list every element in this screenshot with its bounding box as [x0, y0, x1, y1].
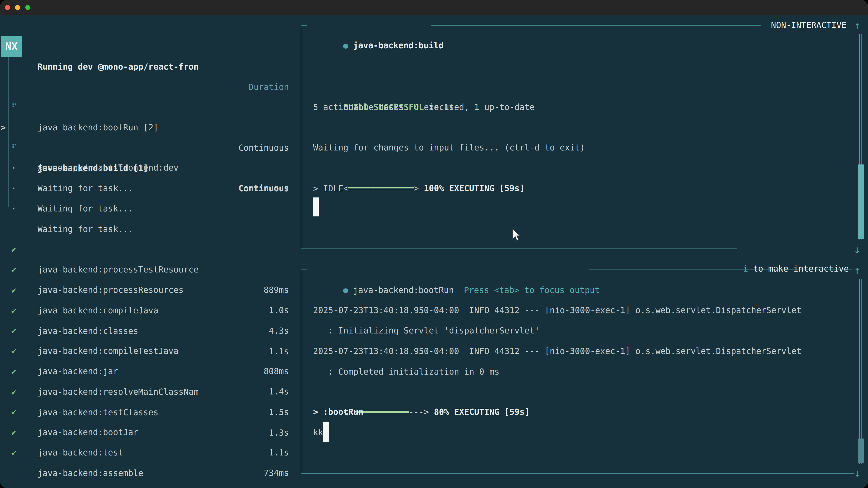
progress-label: 100% EXECUTING [59s]	[424, 184, 525, 193]
minimize-button[interactable]	[15, 5, 20, 10]
scroll-up-arrow-icon[interactable]: ↑	[854, 260, 860, 281]
task-row-done[interactable]: ✔ java-backend:compileJava 4.3s	[0, 260, 301, 280]
mouse-cursor	[511, 229, 521, 244]
waiting-label: Waiting for task...	[37, 199, 133, 219]
task-bullet-icon: ●	[343, 285, 348, 295]
progress-close-chevron: >	[414, 184, 424, 193]
pager: ← 1/2 →	[11, 463, 76, 483]
progress-open-chevron: <	[343, 184, 348, 193]
task-bullet-icon: ●	[343, 41, 348, 51]
task-row-done[interactable]: ✔ java-backend:resolveMainClassNam 1.5s	[0, 341, 301, 361]
task-row-done[interactable]: ✔ java-backend:compileTestJava 808ms	[0, 300, 301, 321]
task-row-running[interactable]: ⠋ java-backend:bootRun [2] Continuous	[0, 77, 301, 97]
bootrun-terminal-cursor	[323, 422, 329, 442]
check-icon: ✔	[11, 443, 16, 463]
task-row-waiting: · Waiting for task...	[0, 178, 301, 199]
build-progress-bar: <═════════════> 100% EXECUTING [59s]	[313, 158, 525, 178]
task-row-done[interactable]: ✔ java-backend:bootJar 1.1s	[0, 382, 301, 402]
titlebar	[0, 0, 868, 15]
task-name: java-backend:test	[37, 443, 123, 463]
progress-bar-fill: ══════════	[358, 407, 409, 417]
bootrun-pane-title: java-backend:bootRun	[353, 285, 454, 295]
task-row-waiting: · Waiting for task...	[0, 158, 301, 178]
build-pane-border	[301, 25, 307, 26]
zoom-button[interactable]	[25, 5, 30, 10]
build-pane-title: java-backend:build	[353, 41, 444, 51]
task-row-done[interactable]: ✔ java-backend:test 734ms	[0, 402, 301, 422]
progress-label: 80% EXECUTING [59s]	[434, 407, 530, 417]
build-pane-border	[431, 25, 761, 26]
typed-input[interactable]: kk	[313, 422, 323, 443]
scroll-down-arrow-icon[interactable]: ↓	[854, 239, 860, 260]
task-row-done[interactable]: ✔ java-backend:assemble 774ms	[0, 422, 301, 443]
sidebar-header-row: Running dev @mono-app/react-fron Duratio…	[0, 36, 301, 57]
progress-bar-fill: ═════════════	[348, 184, 414, 193]
bootrun-scrollbar-track[interactable]	[859, 279, 862, 464]
bootrun-pane-border	[589, 269, 852, 270]
log-line: : Initializing Servlet 'dispatcherServle…	[313, 321, 539, 341]
tasks-summary-line: 5 actionable tasks: 4 executed, 1 up-to-…	[313, 97, 535, 118]
scroll-down-arrow-icon[interactable]: ↓	[854, 463, 860, 483]
build-success-line: BUILD SUCCESSFUL in 1s	[313, 77, 454, 97]
build-pane-border	[301, 25, 301, 249]
bootrun-scrollbar-thumb[interactable]	[858, 438, 864, 463]
noninteractive-badge: NON-INTERACTIVE	[771, 15, 846, 35]
task-row-done[interactable]: ✔ java-backend:processResources 1.0s	[0, 239, 301, 260]
progress-bar-remainder: --->	[409, 407, 434, 417]
log-line: 2025-07-23T13:40:18.950-04:00 INFO 44312…	[313, 341, 802, 361]
log-line: : Completed initialization in 0 ms	[313, 362, 499, 382]
bootrun-pane-border	[301, 269, 301, 473]
interactive-hint-text: to make interactive	[748, 264, 849, 273]
bootrun-pane-header[interactable]: ● java-backend:bootRun Press <tab> to fo…	[313, 260, 600, 280]
task-row-done[interactable]: ✔ java-backend:testClasses 1.3s	[0, 362, 301, 382]
scroll-up-arrow-icon[interactable]: ↑	[854, 15, 860, 35]
build-pane-border	[301, 249, 737, 249]
terminal-window: NX Running dev @mono-app/react-fron Dura…	[0, 0, 868, 488]
keyboard-hints: quit: q help: ?	[177, 463, 288, 483]
pending-dot-icon: ·	[11, 199, 16, 219]
task-row-done[interactable]: ✔ java-backend:classes 1.1s	[0, 281, 301, 301]
task-row-running-selected[interactable]: > ⠋ java-backend:build [1] Continuous	[0, 97, 301, 118]
idle-line: > IDLE	[313, 178, 343, 199]
build-scrollbar-thumb[interactable]	[858, 164, 864, 239]
build-terminal-cursor	[313, 197, 319, 217]
task-row-running[interactable]: ⠋ @mono-app/react-frontend:dev Continuou…	[0, 117, 301, 137]
task-duration: 1.1s	[269, 443, 289, 463]
interactive-hint-key: i	[743, 264, 748, 273]
build-pane-header[interactable]: ● java-backend:build	[313, 15, 444, 35]
bootrun-pane-border	[301, 473, 855, 474]
task-row-waiting: · Waiting for task...	[0, 138, 301, 158]
log-line: 2025-07-23T13:40:18.950-04:00 INFO 44312…	[313, 300, 802, 321]
task-row-done[interactable]: ✔ java-backend:jar 1.4s	[0, 321, 301, 341]
bootrun-pane-border	[301, 269, 307, 270]
waiting-for-changes-line: Waiting for changes to input files... (c…	[313, 138, 585, 158]
task-row-done[interactable]: ✔ java-backend:processTestResource 889ms	[0, 219, 301, 239]
interactive-hint: i to make interactive	[713, 238, 849, 259]
focus-output-hint: Press <tab> to focus output	[464, 285, 600, 295]
page-title: Running dev @mono-app/react-fron	[37, 57, 199, 77]
gradle-prompt-line: > :bootRun	[313, 402, 364, 422]
bootrun-progress-bar: <<<══════════---> 80% EXECUTING [59s]	[313, 382, 530, 402]
close-button[interactable]	[5, 5, 10, 10]
screenshot-root: NX Running dev @mono-app/react-fron Dura…	[0, 0, 868, 488]
